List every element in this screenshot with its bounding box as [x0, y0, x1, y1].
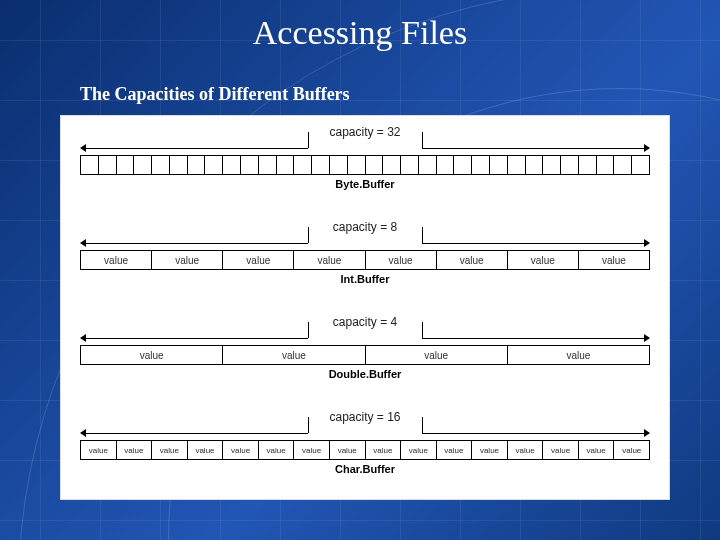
buffer-cell: value: [81, 251, 152, 269]
buffer-cell: [277, 156, 295, 174]
capacity-label: capacity = 32: [80, 125, 650, 139]
buffer-cell: value: [259, 441, 295, 459]
buffer-cell: [81, 156, 99, 174]
buffer-cell: value: [188, 441, 224, 459]
buffer-cell: [294, 156, 312, 174]
buffer-cells: valuevaluevaluevaluevaluevaluevaluevalue…: [80, 440, 650, 460]
buffer-cell: [170, 156, 188, 174]
buffer-row: capacity = 4valuevaluevaluevalueDouble.B…: [80, 315, 650, 380]
buffer-cell: value: [223, 441, 259, 459]
buffer-row: capacity = 32Byte.Buffer: [80, 125, 650, 190]
buffer-cell: [437, 156, 455, 174]
buffer-cell: [401, 156, 419, 174]
buffer-cell: [472, 156, 490, 174]
buffer-cell: value: [437, 441, 473, 459]
buffer-cell: value: [579, 251, 649, 269]
buffer-cell: [152, 156, 170, 174]
slide: Accessing Files The Capacities of Differ…: [0, 0, 720, 540]
buffer-cell: value: [152, 441, 188, 459]
buffer-cells: valuevaluevaluevaluevaluevaluevaluevalue: [80, 250, 650, 270]
buffer-cell: [454, 156, 472, 174]
buffer-name: Byte.Buffer: [80, 178, 650, 190]
capacity-arrows: [81, 332, 649, 346]
capacity-arrows: [81, 427, 649, 441]
buffer-cell: value: [472, 441, 508, 459]
buffer-cell: [223, 156, 241, 174]
buffer-cell: value: [223, 346, 365, 364]
buffer-cell: value: [366, 346, 508, 364]
buffer-cell: [117, 156, 135, 174]
buffer-cell: value: [437, 251, 508, 269]
buffer-cell: value: [294, 251, 365, 269]
buffer-cell: value: [117, 441, 153, 459]
buffer-name: Char.Buffer: [80, 463, 650, 475]
buffer-cell: value: [366, 251, 437, 269]
buffer-cell: [188, 156, 206, 174]
buffer-cell: value: [614, 441, 649, 459]
buffer-row: capacity = 8valuevaluevaluevaluevalueval…: [80, 220, 650, 285]
buffer-cell: [561, 156, 579, 174]
slide-subtitle: The Capacities of Different Buffers: [80, 84, 350, 105]
capacity-arrows: [81, 142, 649, 156]
buffer-cell: [205, 156, 223, 174]
buffer-cell: [348, 156, 366, 174]
buffer-cell: value: [543, 441, 579, 459]
buffer-cells: [80, 155, 650, 175]
buffer-cell: value: [579, 441, 615, 459]
buffer-cell: value: [401, 441, 437, 459]
buffer-cell: [383, 156, 401, 174]
buffer-cell: [259, 156, 277, 174]
capacity-arrows: [81, 237, 649, 251]
buffer-cell: [99, 156, 117, 174]
buffer-cell: value: [508, 251, 579, 269]
buffer-cell: value: [330, 441, 366, 459]
buffer-cell: [312, 156, 330, 174]
buffer-cell: value: [81, 441, 117, 459]
diagram-panel: capacity = 32Byte.Buffercapacity = 8valu…: [60, 115, 670, 500]
capacity-label: capacity = 8: [80, 220, 650, 234]
capacity-label: capacity = 16: [80, 410, 650, 424]
buffer-cell: [526, 156, 544, 174]
buffer-cell: value: [366, 441, 402, 459]
buffer-cell: [134, 156, 152, 174]
buffer-cell: [579, 156, 597, 174]
buffer-cell: [632, 156, 649, 174]
buffer-cell: value: [81, 346, 223, 364]
buffer-cells: valuevaluevaluevalue: [80, 345, 650, 365]
buffer-row: capacity = 16valuevaluevaluevaluevalueva…: [80, 410, 650, 475]
buffer-cell: [241, 156, 259, 174]
buffer-cell: [614, 156, 632, 174]
buffer-cell: value: [508, 441, 544, 459]
buffer-cell: [490, 156, 508, 174]
buffer-cell: value: [152, 251, 223, 269]
capacity-label: capacity = 4: [80, 315, 650, 329]
buffer-cell: value: [508, 346, 649, 364]
buffer-cell: [543, 156, 561, 174]
buffer-cell: [330, 156, 348, 174]
buffer-cell: [597, 156, 615, 174]
buffer-cell: [419, 156, 437, 174]
buffer-cell: [508, 156, 526, 174]
buffer-name: Double.Buffer: [80, 368, 650, 380]
buffer-cell: [366, 156, 384, 174]
buffer-name: Int.Buffer: [80, 273, 650, 285]
buffer-cell: value: [294, 441, 330, 459]
buffer-cell: value: [223, 251, 294, 269]
